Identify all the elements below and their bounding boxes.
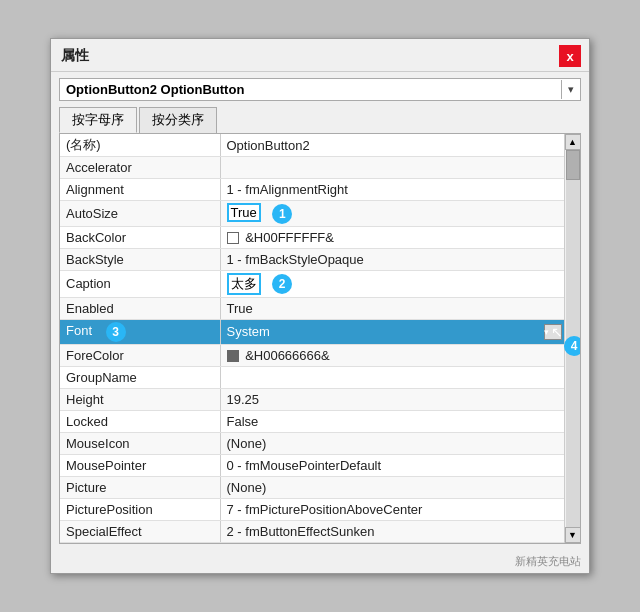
- prop-value: False: [220, 410, 580, 432]
- window-title: 属性: [61, 47, 89, 65]
- badge-1: 1: [272, 204, 292, 224]
- prop-name: Height: [60, 388, 220, 410]
- prop-value: 7 - fmPicturePositionAboveCenter: [220, 498, 580, 520]
- table-row[interactable]: Accelerator: [60, 157, 580, 179]
- table-row[interactable]: Caption 太多 2: [60, 270, 580, 297]
- badge-2: 2: [272, 274, 292, 294]
- scroll-thumb[interactable]: [566, 150, 580, 180]
- prop-value: 2 - fmButtonEffectSunken: [220, 520, 580, 542]
- prop-value: &H00666666&: [220, 344, 580, 366]
- prop-value: True 1: [220, 201, 580, 227]
- prop-name: PicturePosition: [60, 498, 220, 520]
- caption-input[interactable]: 太多: [227, 273, 261, 295]
- prop-name: Enabled: [60, 297, 220, 319]
- table-row[interactable]: (名称) OptionButton2: [60, 134, 580, 157]
- autosize-input[interactable]: True: [227, 203, 261, 222]
- table-row[interactable]: Height 19.25: [60, 388, 580, 410]
- prop-value-font: System ▾↖ 4: [220, 319, 580, 344]
- prop-name: GroupName: [60, 366, 220, 388]
- prop-name-font: Font 3: [60, 319, 220, 344]
- title-bar: 属性 x: [51, 39, 589, 72]
- table-row[interactable]: Alignment 1 - fmAlignmentRight: [60, 179, 580, 201]
- prop-name: Locked: [60, 410, 220, 432]
- prop-name: MousePointer: [60, 454, 220, 476]
- prop-value: 19.25: [220, 388, 580, 410]
- tab-bar: 按字母序 按分类序: [59, 107, 581, 133]
- tab-category[interactable]: 按分类序: [139, 107, 217, 133]
- table-row[interactable]: BackColor &H00FFFFFF&: [60, 226, 580, 248]
- prop-name: ForeColor: [60, 344, 220, 366]
- prop-name: MouseIcon: [60, 432, 220, 454]
- prop-name: BackStyle: [60, 248, 220, 270]
- property-table-container: (名称) OptionButton2 Accelerator Alignment…: [59, 133, 581, 544]
- prop-name: AutoSize: [60, 201, 220, 227]
- table-row[interactable]: MouseIcon (None): [60, 432, 580, 454]
- cursor-icon: ↖: [551, 324, 563, 340]
- table-row[interactable]: ForeColor &H00666666&: [60, 344, 580, 366]
- prop-value: (None): [220, 476, 580, 498]
- table-row[interactable]: BackStyle 1 - fmBackStyleOpaque: [60, 248, 580, 270]
- close-button[interactable]: x: [559, 45, 581, 67]
- prop-value: 太多 2: [220, 270, 580, 297]
- prop-value: &H00FFFFFF&: [220, 226, 580, 248]
- prop-name: (名称): [60, 134, 220, 157]
- table-row[interactable]: Locked False: [60, 410, 580, 432]
- prop-name: Picture: [60, 476, 220, 498]
- object-selector-dropdown[interactable]: ▾: [561, 80, 580, 99]
- prop-value: [220, 366, 580, 388]
- table-row[interactable]: Picture (None): [60, 476, 580, 498]
- prop-name: Alignment: [60, 179, 220, 201]
- badge-3: 3: [106, 322, 126, 342]
- prop-name: Caption: [60, 270, 220, 297]
- object-name-label: OptionButton2 OptionButton: [60, 79, 561, 100]
- prop-value: 1 - fmAlignmentRight: [220, 179, 580, 201]
- properties-window: 属性 x OptionButton2 OptionButton ▾ 按字母序 按…: [50, 38, 590, 574]
- table-row[interactable]: PicturePosition 7 - fmPicturePositionAbo…: [60, 498, 580, 520]
- scroll-down-button[interactable]: ▼: [565, 527, 581, 543]
- scroll-up-button[interactable]: ▲: [565, 134, 581, 150]
- prop-value: (None): [220, 432, 580, 454]
- table-row-font[interactable]: Font 3 System ▾↖ 4: [60, 319, 580, 344]
- prop-name: Accelerator: [60, 157, 220, 179]
- prop-value: 1 - fmBackStyleOpaque: [220, 248, 580, 270]
- prop-value: 0 - fmMousePointerDefault: [220, 454, 580, 476]
- table-row[interactable]: MousePointer 0 - fmMousePointerDefault: [60, 454, 580, 476]
- object-selector[interactable]: OptionButton2 OptionButton ▾: [59, 78, 581, 101]
- table-row[interactable]: AutoSize True 1: [60, 201, 580, 227]
- backcolor-swatch: [227, 232, 239, 244]
- prop-value: True: [220, 297, 580, 319]
- prop-value: [220, 157, 580, 179]
- prop-name: BackColor: [60, 226, 220, 248]
- forecolor-swatch: [227, 350, 239, 362]
- prop-value: OptionButton2: [220, 134, 580, 157]
- table-row[interactable]: GroupName: [60, 366, 580, 388]
- watermark: 新精英充电站: [51, 552, 589, 573]
- tab-alpha[interactable]: 按字母序: [59, 107, 137, 133]
- table-row[interactable]: Enabled True: [60, 297, 580, 319]
- badge-4: 4: [564, 336, 581, 356]
- property-table: (名称) OptionButton2 Accelerator Alignment…: [60, 134, 580, 543]
- table-row[interactable]: SpecialEffect 2 - fmButtonEffectSunken: [60, 520, 580, 542]
- prop-name: SpecialEffect: [60, 520, 220, 542]
- font-dropdown-button[interactable]: ▾↖: [544, 324, 562, 340]
